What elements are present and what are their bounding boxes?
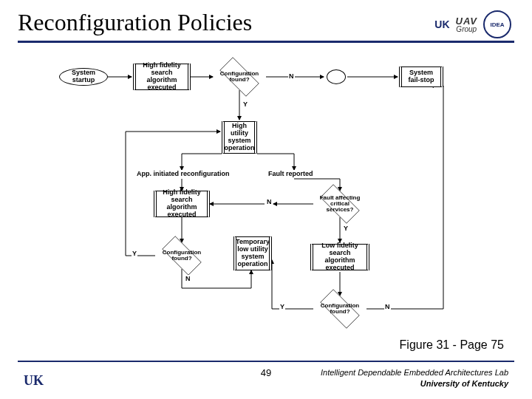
title-rule (18, 41, 514, 43)
node-config-found-3: Configuration found? (313, 296, 366, 322)
node-temp-low-op: Temporary low utility system operation (233, 236, 272, 270)
figure-caption: Figure 31 - Page 75 (400, 338, 504, 352)
idea-logo: IDEA (483, 10, 511, 38)
node-config-found-1: Configuration found? (213, 64, 266, 90)
uav-group-logo: UAV Group (456, 16, 477, 33)
flowchart: System startup High fidelity search algo… (44, 59, 488, 340)
label-y-1: Y (242, 100, 248, 108)
label-fault-reported: Fault reported (267, 170, 314, 177)
label-n-3: N (185, 275, 191, 282)
label-n-4: N (384, 303, 391, 310)
label-y-4: Y (279, 303, 285, 310)
node-hf-search-2: High fidelity search algorithm executed (154, 191, 210, 217)
label-y-3: Y (343, 225, 349, 232)
node-config-found-2: Configuration found? (155, 242, 208, 269)
node-fail-stop: System fail-stop (399, 66, 443, 87)
footer-lab: Intelligent Dependable Embedded Architec… (321, 367, 508, 389)
label-n-2: N (266, 198, 273, 205)
uk-logo: UK (434, 18, 449, 30)
footer-rule (18, 361, 514, 362)
node-startup: System startup (59, 68, 108, 86)
footer-uk-logo: UK (24, 373, 44, 389)
node-high-utility-op: High utility system operation (222, 121, 257, 154)
label-y-2: Y (132, 250, 137, 257)
junction-1 (327, 69, 346, 84)
logo-group: UK UAV Group IDEA (434, 10, 511, 38)
node-hf-search-1: High fidelity search algorithm executed (133, 64, 191, 90)
node-fault-critical: Fault affecting critical services? (313, 191, 366, 217)
label-n-1: N (288, 72, 295, 80)
node-low-fidelity: Low fidelity search algorithm executed (310, 244, 369, 270)
footer-page-number: 49 (261, 367, 271, 378)
label-app-init: App. initiated reconfiguration (136, 170, 231, 177)
